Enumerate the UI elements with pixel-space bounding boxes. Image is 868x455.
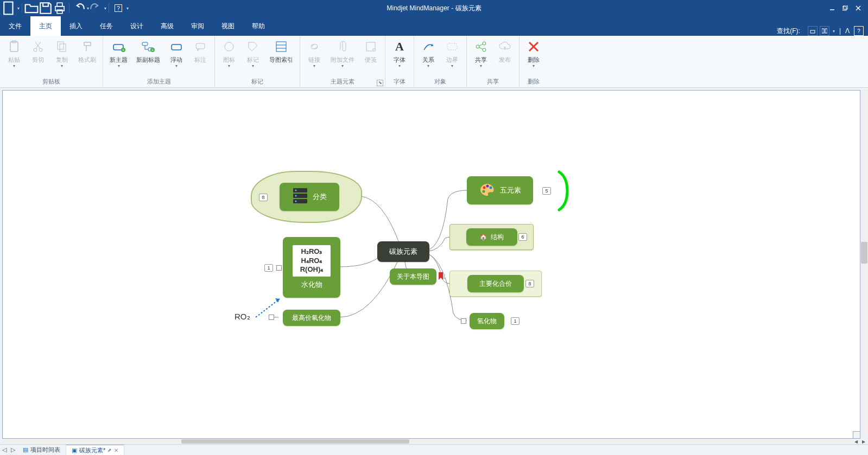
tab-view[interactable]: 视图 [213,16,243,36]
qat-open-button[interactable] [24,1,39,15]
svg-rect-19 [60,44,66,52]
tabs-prev-button[interactable]: ◁ [0,446,9,453]
scroll-left-button[interactable]: ◀ [853,439,859,444]
callout-button[interactable]: 标注 [188,37,212,63]
qat-help-button[interactable]: ? [111,1,125,15]
window-title: Mindjet MindManager - 碳族元素 [0,4,868,13]
restore-button[interactable] [839,3,852,14]
link-button[interactable]: 链接▾ [302,37,326,68]
new-subtopic-button[interactable]: +新副标题 [132,37,164,63]
close-tab-button[interactable]: ✕ [114,447,118,453]
collapse-badge[interactable]: 6 [518,233,527,241]
svg-rect-30 [276,42,286,52]
tab-document[interactable]: ▣ 碳族元素* ⬈ ✕ [66,445,124,456]
svg-rect-2 [57,3,62,7]
tab-task[interactable]: 任务 [91,16,122,36]
dialog-launcher-icon[interactable]: ⬊ [377,80,383,86]
tab-timeline[interactable]: ▤ 项目时间表 [17,445,66,455]
collapse-badge[interactable]: 1 [264,264,273,272]
chevron-down-icon: ▾ [17,6,20,11]
tabs-next-button[interactable]: ▷ [9,446,17,453]
new-topic-button[interactable]: +新主题▾ [105,37,132,68]
qat-save-button[interactable] [39,1,53,15]
horizontal-scrollbar[interactable] [2,439,853,444]
home-icon: 🏠 [479,233,487,241]
mindmap-canvas[interactable]: 碳族元素 关于本导图 8 分类 1 H₂RO₃ H₄RO₄ R(OH)₄ 水化物 [2,90,860,439]
svg-point-36 [483,42,486,45]
server-icon [292,187,308,207]
expand-handle[interactable] [276,265,282,271]
tag-button[interactable]: 标记▾ [241,37,265,68]
tab-home[interactable]: 主页 [30,16,61,36]
minimize-button[interactable] [826,3,839,14]
tab-file[interactable]: 文件 [0,16,30,36]
attach-button[interactable]: 附加文件▾ [326,37,359,68]
highest-oxide-topic[interactable]: 最高价氧化物 [283,310,340,326]
five-elements-topic[interactable]: 五元素 [467,176,533,204]
format-painter-button[interactable]: 格式刷 [74,37,100,63]
hydride-topic[interactable]: 氢化物 [470,313,504,329]
qat-print-button[interactable] [53,1,67,15]
scroll-thumb[interactable] [861,242,867,264]
map-icon: ▣ [72,447,77,454]
note-button[interactable]: 便笺 [359,37,383,63]
chevron-down-icon: ▾ [126,6,129,11]
icon-button[interactable]: 图标▾ [217,37,241,68]
ribbon-minimize-button[interactable] [808,26,818,36]
paste-button[interactable]: 粘贴▾ [2,37,26,68]
structure-topic[interactable]: 🏠 结构 [466,228,517,246]
about-topic[interactable]: 关于本导图 [390,268,436,285]
group-share: 共享▾ 发布 共享 [467,36,519,87]
svg-text:+: + [122,48,124,52]
svg-rect-27 [172,44,181,50]
split-box[interactable] [853,431,860,439]
ribbon-help-button[interactable]: ? [854,26,864,36]
font-button[interactable]: A字体▾ [388,37,411,68]
find-label: 查找(F): [777,27,806,36]
boundary-button[interactable]: 边界▾ [440,37,464,68]
collapse-badge[interactable]: 5 [542,187,551,195]
node-label: 结构 [491,233,504,242]
tab-design[interactable]: 设计 [122,16,152,36]
scroll-thumb[interactable] [181,439,409,444]
cut-button[interactable]: 剪切 [26,37,50,63]
node-label: 水化物 [301,280,322,290]
expand-handle[interactable] [461,318,466,324]
valence-topic[interactable]: 主要化合价 [467,275,524,292]
qat-redo-button[interactable] [89,1,103,15]
popout-icon[interactable]: ⬈ [107,447,112,453]
vertical-scrollbar[interactable] [860,90,868,439]
publish-button[interactable]: 发布 [493,37,517,63]
collapse-badge[interactable]: 1 [511,317,519,325]
svg-point-35 [476,45,479,48]
svg-rect-5 [844,5,847,9]
group-label: 删除 [519,76,548,87]
delete-button[interactable]: 删除▾ [522,37,546,68]
relation-button[interactable]: 关系▾ [416,37,440,68]
category-topic[interactable]: 分类 [280,183,339,211]
share-button[interactable]: 共享▾ [469,37,493,68]
collapse-badge[interactable]: 8 [259,194,268,201]
floating-topic-button[interactable]: 浮动▾ [164,37,188,68]
ribbon-collapse-icon[interactable]: ᐱ [845,27,850,35]
chevron-down-icon: ▾ [833,29,835,34]
tab-review[interactable]: 审阅 [182,16,213,36]
svg-point-49 [295,201,297,202]
copy-button[interactable]: 复制▾ [50,37,74,68]
close-button[interactable] [852,3,865,14]
collapse-badge[interactable]: 8 [525,280,534,287]
hydrate-topic[interactable]: H₂RO₃ H₄RO₄ R(OH)₄ 水化物 [283,237,340,298]
group-font: A字体▾ 字体 [385,36,414,87]
tab-advanced[interactable]: 高级 [152,16,182,36]
scroll-right-button[interactable]: ▶ [860,439,867,444]
qat-undo-button[interactable] [72,1,86,15]
central-topic[interactable]: 碳族元素 [377,241,429,262]
bookmark-icon [438,272,446,281]
map-index-button[interactable]: 导图索引 [265,37,297,63]
qat-new-button[interactable] [2,1,16,15]
ribbon-layout-button[interactable] [820,26,829,36]
tab-insert[interactable]: 插入 [61,16,91,36]
ribbon: 粘贴▾ 剪切 复制▾ 格式刷 剪贴板 +新主题▾ +新副标题 浮动▾ 标注 添加… [0,36,868,88]
expand-handle[interactable] [269,315,274,320]
tab-help[interactable]: 帮助 [243,16,274,36]
